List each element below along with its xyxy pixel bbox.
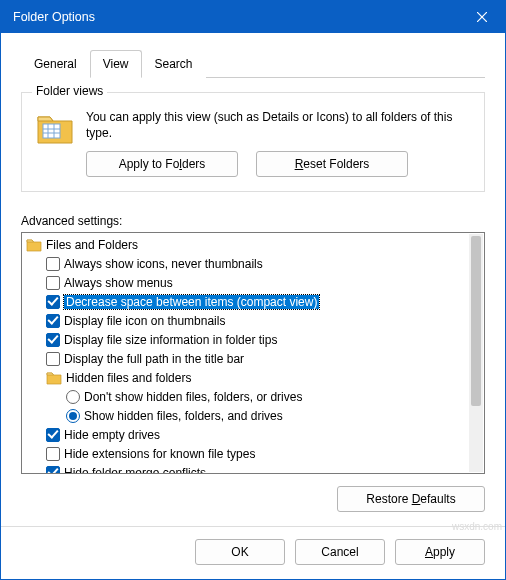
tab-view[interactable]: View [90,50,142,78]
scrollbar[interactable] [469,234,483,472]
advanced-settings-label: Advanced settings: [21,214,485,228]
tree-item[interactable]: Always show menus [22,273,468,292]
tree-item[interactable]: Display the full path in the title bar [22,349,468,368]
tree-item-label: Display file icon on thumbnails [64,314,225,328]
folder-views-description: You can apply this view (such as Details… [86,109,470,141]
tree-item-label: Hide folder merge conflicts [64,466,206,474]
tree-item[interactable]: Hide empty drives [22,425,468,444]
apply-button[interactable]: Apply [395,539,485,565]
radio[interactable] [66,409,80,423]
tree-item[interactable]: Always show icons, never thumbnails [22,254,468,273]
radio[interactable] [66,390,80,404]
checkbox[interactable] [46,276,60,290]
window-title: Folder Options [13,10,95,24]
tree-item-label: Hide empty drives [64,428,160,442]
tree-folder-label: Files and Folders [46,238,138,252]
scroll-thumb[interactable] [471,236,481,406]
tab-label: General [34,57,77,71]
group-legend: Folder views [32,84,107,98]
checkbox[interactable] [46,352,60,366]
tab-label: Search [155,57,193,71]
cancel-button[interactable]: Cancel [295,539,385,565]
tree-folder[interactable]: Hidden files and folders [22,368,468,387]
folder-icon [26,237,42,253]
tree-item-label: Display file size information in folder … [64,333,277,347]
tree-item-label: Show hidden files, folders, and drives [84,409,283,423]
tree-item-label: Don't show hidden files, folders, or dri… [84,390,302,404]
folder-icon [46,370,62,386]
ok-button[interactable]: OK [195,539,285,565]
folder-icon [36,109,74,177]
tree-item[interactable]: Display file size information in folder … [22,330,468,349]
restore-defaults-button[interactable]: Restore Defaults [337,486,485,512]
reset-folders-button[interactable]: Reset Folders [256,151,408,177]
tab-general[interactable]: General [21,50,90,78]
tree-item[interactable]: Decrease space between items (compact vi… [22,292,468,311]
checkbox[interactable] [46,466,60,474]
checkbox[interactable] [46,447,60,461]
tree-item[interactable]: Hide extensions for known file types [22,444,468,463]
checkbox[interactable] [46,333,60,347]
dialog-footer: OK Cancel Apply [1,526,505,579]
tree-item-label: Always show menus [64,276,173,290]
tree-folder-root[interactable]: Files and Folders [22,235,468,254]
tree-item-label: Hide extensions for known file types [64,447,255,461]
tab-strip: General View Search [21,49,485,78]
tree-item-label: Display the full path in the title bar [64,352,244,366]
checkbox[interactable] [46,314,60,328]
close-icon [477,12,487,22]
checkbox[interactable] [46,428,60,442]
title-bar: Folder Options [1,1,505,33]
close-button[interactable] [459,1,505,33]
advanced-settings-tree[interactable]: Files and FoldersAlways show icons, neve… [21,232,485,474]
tab-search[interactable]: Search [142,50,206,78]
folder-views-group: Folder views You can apply this view (su… [21,92,485,192]
checkbox[interactable] [46,257,60,271]
checkbox[interactable] [46,295,60,309]
tree-item[interactable]: Show hidden files, folders, and drives [22,406,468,425]
tree-item-label: Decrease space between items (compact vi… [64,295,319,309]
tab-label: View [103,57,129,71]
tree-item[interactable]: Don't show hidden files, folders, or dri… [22,387,468,406]
tree-folder-label: Hidden files and folders [66,371,191,385]
apply-to-folders-button[interactable]: Apply to Folders [86,151,238,177]
tree-item-label: Always show icons, never thumbnails [64,257,263,271]
svg-rect-2 [43,124,60,138]
tree-item[interactable]: Hide folder merge conflicts [22,463,468,473]
tree-item[interactable]: Display file icon on thumbnails [22,311,468,330]
